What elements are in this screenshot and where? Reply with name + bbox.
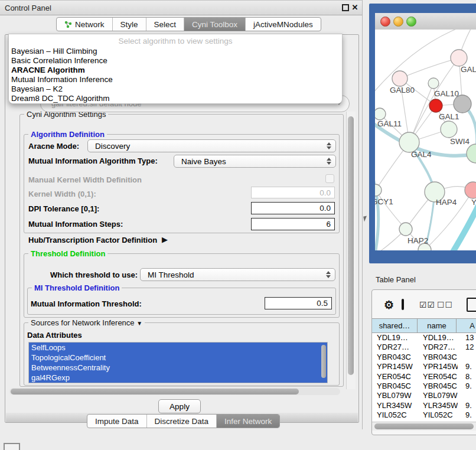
tab-infer-network[interactable]: Infer Network: [217, 415, 279, 428]
checked-pair-icon[interactable]: ☑☑: [419, 300, 435, 309]
node-swi4[interactable]: [467, 144, 476, 163]
table-header-row: shared… name A: [372, 318, 476, 333]
tab-style[interactable]: Style: [113, 18, 146, 31]
column-header-clipped[interactable]: A: [457, 319, 476, 332]
tab-network[interactable]: Network: [57, 18, 113, 31]
node-label: GAL80: [390, 86, 415, 94]
node-red-selected[interactable]: [429, 99, 442, 112]
table-toolbar: ⚙ ☑☑ ☐☐: [372, 290, 476, 318]
dropdown-item[interactable]: Basic Correlation Inference: [9, 56, 342, 66]
combo-stepper-icon: [324, 158, 334, 165]
node-gal80[interactable]: [392, 71, 407, 86]
tab-impute-data[interactable]: Impute Data: [87, 415, 147, 428]
node-label: GAL10: [434, 89, 459, 98]
table-row[interactable]: YPR145WYPR145W9.: [372, 362, 476, 371]
table-panel: ⚙ ☑☑ ☐☐ shared… name A YDL19…YDL19…13 YD…: [371, 289, 476, 435]
data-attributes-list[interactable]: SelfLoops TopologicalCoefficient Between…: [28, 342, 328, 383]
node-label: SWI4: [450, 137, 470, 146]
edge-highlight: [449, 202, 476, 250]
column-header-shared-name[interactable]: shared…: [372, 319, 418, 332]
mi-algorithm-type-combobox[interactable]: Naive Bayes: [174, 155, 336, 168]
node-hap2[interactable]: [399, 223, 412, 236]
combo-stepper-icon: [323, 271, 334, 278]
table-row[interactable]: YIL052CYIL052C9.: [372, 410, 476, 420]
expand-right-icon[interactable]: ▶: [162, 235, 168, 244]
collapse-down-icon[interactable]: ▼: [136, 320, 142, 327]
mi-steps-label: Mutual Information Steps:: [28, 220, 123, 229]
mi-threshold-label: Mutual Information Threshold:: [31, 299, 142, 308]
docked-component-icon[interactable]: [4, 443, 20, 450]
table-body[interactable]: YDL19…YDL19…13 YDR27…YDR27…12 YBR043CYBR…: [372, 333, 476, 422]
hub-definition-label[interactable]: Hub/Transcription Factor Definition: [28, 236, 157, 244]
network-canvas[interactable]: GAL GAL80 GAL10 GAL1 GAL11 SWI4 GAL4 GCY…: [375, 30, 476, 250]
columns-icon[interactable]: [402, 299, 404, 310]
table-row[interactable]: YLR345WYLR345W9.: [372, 401, 476, 410]
file-icon[interactable]: [467, 298, 476, 312]
dropdown-item[interactable]: Mutual Information Inference: [9, 75, 342, 84]
table-row[interactable]: YDR27…YDR27…12: [372, 343, 476, 352]
close-icon[interactable]: ✕: [351, 4, 358, 11]
mi-steps-field[interactable]: 6: [251, 218, 335, 230]
dropdown-placeholder: Select algorithm to view settings: [9, 36, 342, 47]
algorithm-definition-title: Algorithm Definition: [28, 130, 107, 139]
table-row[interactable]: YDL19…YDL19…13: [372, 333, 476, 343]
manual-kernel-width-checkbox[interactable]: [325, 174, 334, 183]
aracne-mode-combobox[interactable]: Discovery: [87, 139, 336, 152]
unchecked-pair-icon[interactable]: ☐☐: [437, 300, 453, 309]
control-panel-titlebar[interactable]: Control Panel ✕: [0, 1, 362, 15]
threshold-definition-title: Threshold Definition: [28, 249, 107, 258]
node-gal[interactable]: [451, 50, 467, 66]
settings-vertical-scrollbar[interactable]: [346, 112, 356, 389]
node-label: HAP2: [407, 236, 428, 245]
table-row[interactable]: YER054CYER054C8.: [372, 372, 476, 381]
node-label: HAP4: [436, 198, 457, 207]
node-y[interactable]: [465, 182, 476, 198]
mi-threshold-group-title: MI Threshold Definition: [32, 283, 122, 292]
table-panel-title: Table Panel: [376, 275, 416, 284]
zoom-traffic-icon[interactable]: [406, 17, 416, 27]
tab-jactivemnodules[interactable]: jActiveMNodules: [246, 18, 321, 31]
manual-kernel-width-label: Manual Kernel Width Definition: [28, 175, 142, 184]
aracne-mode-label: Aracne Mode:: [28, 142, 79, 151]
kernel-width-field[interactable]: 0.0: [251, 187, 335, 198]
table-row[interactable]: YBL079WYBL079W: [372, 391, 476, 400]
apply-button[interactable]: Apply: [158, 399, 201, 413]
data-attributes-label: Data Attributes: [27, 331, 82, 340]
dropdown-item-selected[interactable]: ARACNE Algorithm: [9, 66, 342, 75]
table-row[interactable]: YBR043CYBR043C: [372, 353, 476, 362]
tab-cyni-toolbox[interactable]: Cyni Toolbox: [184, 18, 246, 31]
list-vertical-scrollbar[interactable]: [321, 345, 326, 378]
column-header-name[interactable]: name: [418, 319, 457, 332]
which-threshold-combobox[interactable]: MI Threshold: [140, 268, 335, 281]
node-gal4[interactable]: [399, 132, 419, 152]
table-row[interactable]: YBR045CYBR045C9.: [372, 381, 476, 391]
node-gal1[interactable]: [441, 121, 457, 138]
list-item[interactable]: BetweennessCentrality: [29, 363, 327, 373]
minimize-traffic-icon[interactable]: [393, 17, 403, 27]
node-label: Y: [471, 198, 476, 207]
table-horizontal-scrollbar[interactable]: [372, 422, 476, 431]
list-item[interactable]: gal4RGexp: [29, 373, 327, 383]
network-view-titlebar[interactable]: [375, 13, 476, 30]
mi-threshold-field[interactable]: 0.5: [265, 297, 332, 309]
mouse-cursor: [363, 216, 368, 221]
dropdown-item[interactable]: Dream8 DC_TDC Algorithm: [9, 94, 342, 103]
network-view-window: GAL GAL80 GAL10 GAL1 GAL11 SWI4 GAL4 GCY…: [369, 4, 476, 263]
tab-discretize-data[interactable]: Discretize Data: [147, 415, 217, 428]
list-item[interactable]: TopologicalCoefficient: [29, 353, 327, 363]
node-label: GAL: [461, 65, 476, 74]
list-item[interactable]: SelfLoops: [29, 343, 327, 353]
dropdown-item[interactable]: Bayesian – Hill Climbing: [9, 47, 342, 56]
node-label: GCY1: [375, 197, 393, 206]
node-gal11[interactable]: [375, 108, 386, 120]
tab-select[interactable]: Select: [146, 18, 185, 31]
node-gal10[interactable]: [428, 78, 439, 89]
float-window-icon[interactable]: [342, 4, 349, 11]
gear-icon[interactable]: ⚙: [384, 298, 394, 312]
dropdown-item[interactable]: Bayesian – K2: [9, 84, 342, 94]
settings-horizontal-scrollbar[interactable]: [9, 388, 340, 395]
dpi-tolerance-field[interactable]: 0.0: [251, 202, 335, 214]
close-traffic-icon[interactable]: [380, 17, 390, 27]
node-label: GAL1: [439, 112, 459, 121]
node-gcy1[interactable]: [375, 184, 382, 196]
